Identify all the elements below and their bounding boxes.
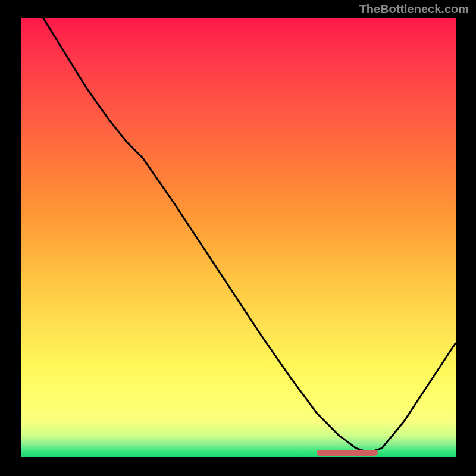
line-curve	[21, 18, 456, 457]
attribution-label: TheBottleneck.com	[359, 2, 469, 16]
optimal-range-marker	[317, 450, 377, 456]
plot-area	[21, 18, 456, 457]
chart-container: TheBottleneck.com	[0, 0, 476, 476]
